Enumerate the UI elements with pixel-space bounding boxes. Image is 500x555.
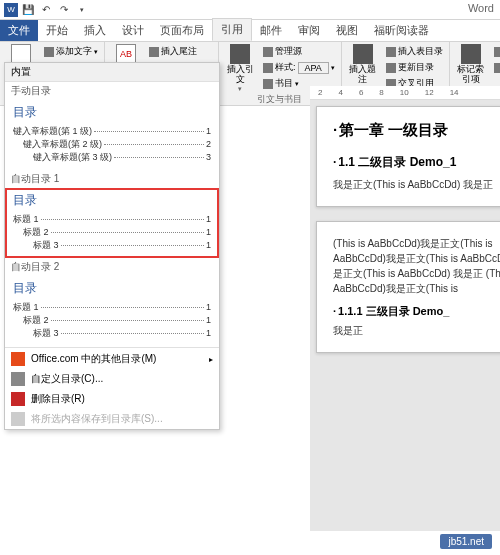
update-caption-button[interactable]: 更新目录	[384, 60, 445, 75]
chevron-down-icon: ▾	[238, 85, 242, 93]
tab-view[interactable]: 视图	[328, 20, 366, 41]
body-text[interactable]: 我是正文(This is AaBbCcDd) 我是正	[333, 177, 500, 192]
horizontal-ruler[interactable]: 2 4 6 8 10 12 14	[310, 86, 500, 100]
insert-index-icon	[494, 47, 500, 57]
toc-option-manual-label: 手动目录	[5, 82, 219, 100]
toc-custom[interactable]: 自定义目录(C)...	[5, 369, 219, 389]
custom-toc-icon	[11, 372, 25, 386]
tab-insert[interactable]: 插入	[76, 20, 114, 41]
insert-endnote-button[interactable]: 插入尾注	[147, 44, 214, 59]
mark-index-button[interactable]: 标记索引项	[454, 44, 488, 85]
add-text-button[interactable]: 添加文字 ▾	[42, 44, 100, 59]
undo-icon[interactable]: ↶	[38, 2, 54, 18]
caption-icon	[353, 44, 373, 64]
word-icon: W	[4, 3, 18, 17]
update-icon	[386, 63, 396, 73]
page-1[interactable]: 第一章 一级目录 1.1 二级目录 Demo_1 我是正文(This is Aa…	[316, 106, 500, 207]
toc-save-gallery: 将所选内容保存到目录库(S)...	[5, 409, 219, 429]
title-bar: W 💾 ↶ ↷ ▾ Word	[0, 0, 500, 20]
office-icon	[11, 352, 25, 366]
body-text[interactable]: (This is AaBbCcDd)我是正文(This is AaBbCcDd)…	[333, 236, 500, 296]
insert-tof-button[interactable]: 插入表目录	[384, 44, 445, 59]
tab-review[interactable]: 审阅	[290, 20, 328, 41]
toc-option-auto1[interactable]: 目录 标题 11 标题 21 标题 31	[5, 188, 219, 258]
heading-2[interactable]: 1.1 二级目录 Demo_1	[333, 154, 500, 171]
ribbon-tabs: 文件 开始 插入 设计 页面布局 引用 邮件 审阅 视图 福昕阅读器	[0, 20, 500, 42]
manage-sources-button[interactable]: 管理源	[261, 44, 337, 59]
toc-remove[interactable]: 删除目录(R)	[5, 389, 219, 409]
add-text-icon	[44, 47, 54, 57]
watermark: jb51.net	[440, 534, 492, 549]
insert-citation-button[interactable]: 插入引文 ▾	[223, 44, 257, 93]
index-icon	[461, 44, 481, 64]
quick-access-toolbar: W 💾 ↶ ↷ ▾	[4, 2, 90, 18]
tab-file[interactable]: 文件	[0, 20, 38, 41]
insert-index-button[interactable]: 插入索引	[492, 44, 500, 59]
tof-icon	[386, 47, 396, 57]
style-icon	[263, 63, 273, 73]
footnote-icon: AB	[116, 44, 136, 64]
toc-section-builtin: 内置	[5, 63, 219, 82]
tab-mail[interactable]: 邮件	[252, 20, 290, 41]
app-title: Word	[468, 2, 494, 14]
heading-1[interactable]: 第一章 一级目录	[333, 121, 500, 140]
toc-dropdown-menu: 内置 手动目录 目录 键入章标题(第 1 级)1 键入章标题(第 2 级)2 键…	[4, 62, 220, 430]
page-2[interactable]: (This is AaBbCcDd)我是正文(This is AaBbCcDd)…	[316, 221, 500, 353]
document-area[interactable]: 第一章 一级目录 1.1 二级目录 Demo_1 我是正文(This is Aa…	[310, 100, 500, 531]
tab-design[interactable]: 设计	[114, 20, 152, 41]
insert-caption-button[interactable]: 插入题注	[346, 44, 380, 85]
toc-option-auto2-label: 自动目录 2	[5, 258, 219, 276]
remove-toc-icon	[11, 392, 25, 406]
citation-icon	[230, 44, 250, 64]
tab-layout[interactable]: 页面布局	[152, 20, 212, 41]
toc-option-manual[interactable]: 目录 键入章标题(第 1 级)1 键入章标题(第 2 级)2 键入章标题(第 3…	[5, 100, 219, 170]
endnote-icon	[149, 47, 159, 57]
tab-home[interactable]: 开始	[38, 20, 76, 41]
update-index-icon	[494, 63, 500, 73]
body-text[interactable]: 我是正	[333, 323, 500, 338]
toc-icon	[11, 44, 31, 64]
citation-style-dropdown[interactable]: 样式: APA ▾	[261, 60, 337, 75]
toc-option-auto2[interactable]: 目录 标题 11 标题 21 标题 31	[5, 276, 219, 346]
redo-icon[interactable]: ↷	[56, 2, 72, 18]
tab-foxit[interactable]: 福昕阅读器	[366, 20, 437, 41]
save-icon[interactable]: 💾	[20, 2, 36, 18]
heading-3[interactable]: 1.1.1 三级目录 Demo_	[333, 304, 500, 319]
save-gallery-icon	[11, 412, 25, 426]
toc-option-auto1-label: 自动目录 1	[5, 170, 219, 188]
update-index-button[interactable]: 更新索引	[492, 60, 500, 75]
manage-sources-icon	[263, 47, 273, 57]
toc-office-more[interactable]: Office.com 中的其他目录(M)▸	[5, 349, 219, 369]
qat-more-icon[interactable]: ▾	[74, 2, 90, 18]
biblio-icon	[263, 79, 273, 89]
tab-references[interactable]: 引用	[212, 18, 252, 41]
